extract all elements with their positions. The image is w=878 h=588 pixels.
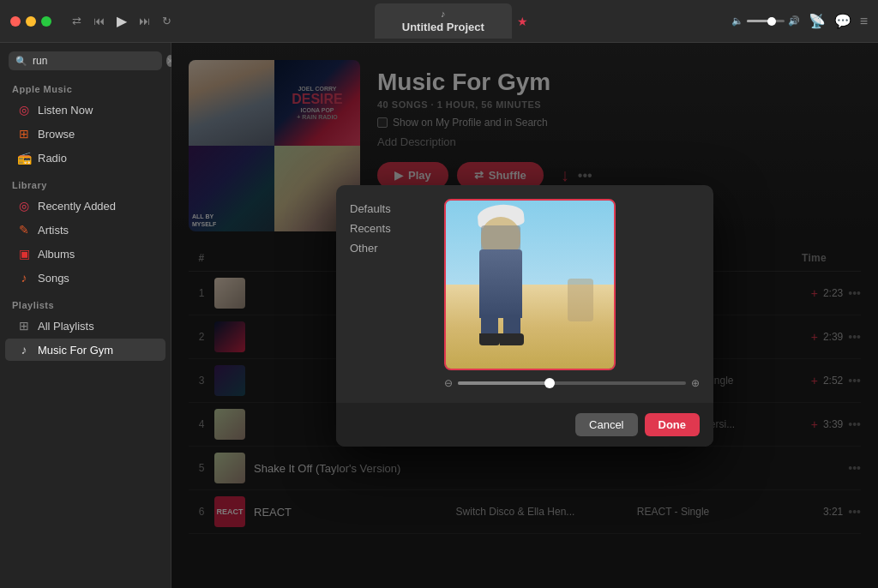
modal-nav-defaults[interactable]: Defaults	[350, 199, 430, 219]
sidebar-item-radio[interactable]: 📻 Radio	[5, 147, 165, 169]
window-controls	[10, 16, 51, 27]
all-playlists-label: All Playlists	[38, 320, 94, 333]
image-picker-modal: Defaults Recents Other	[336, 185, 713, 447]
albums-icon: ▣	[17, 247, 31, 261]
sidebar-item-albums[interactable]: ▣ Albums	[5, 243, 165, 265]
title-center: ♪ Untitled Project ★	[178, 3, 725, 39]
modal-content: ⊖ ⊕	[444, 199, 700, 389]
character-body	[479, 249, 522, 318]
modal-image-frame	[444, 199, 616, 370]
listen-now-label: Listen Now	[38, 104, 93, 117]
sidebar-item-listen-now[interactable]: ◎ Listen Now	[5, 99, 165, 121]
songs-label: Songs	[38, 272, 69, 285]
cancel-button[interactable]: Cancel	[575, 413, 637, 436]
maximize-button[interactable]	[41, 16, 51, 27]
queue-icon[interactable]: ≡	[860, 14, 868, 29]
browse-label: Browse	[38, 128, 75, 141]
vol-high-icon: 🔊	[788, 15, 800, 27]
modal-overlay: Defaults Recents Other	[171, 43, 878, 588]
modal-nav-recents[interactable]: Recents	[350, 219, 430, 238]
artists-label: Artists	[38, 224, 69, 237]
titlebar-right: 🔈 🔊 📡 💬 ≡	[731, 13, 868, 29]
radio-icon: 📻	[17, 151, 31, 165]
recently-added-icon: ◎	[17, 199, 31, 213]
modal-nav-other[interactable]: Other	[350, 238, 430, 258]
character-boot-left	[479, 333, 500, 345]
anime-character	[471, 224, 531, 318]
all-playlists-icon: ⊞	[17, 319, 31, 333]
close-button[interactable]	[10, 16, 21, 27]
done-button[interactable]: Done	[645, 413, 701, 436]
search-input[interactable]	[33, 55, 161, 67]
character-leg-right	[503, 315, 520, 335]
playlists-section-label: Playlists	[0, 297, 171, 314]
albums-label: Albums	[38, 248, 75, 261]
library-section-label: Library	[0, 177, 171, 194]
zoom-in-icon: ⊕	[691, 377, 700, 389]
sidebar: 🔍 ✕ Apple Music ◎ Listen Now ⊞ Browse 📻 …	[0, 43, 171, 588]
favorite-icon[interactable]: ★	[517, 15, 528, 28]
lyrics-icon[interactable]: 💬	[834, 13, 851, 29]
apple-music-section-label: Apple Music	[0, 81, 171, 98]
modal-slider-area: ⊖ ⊕	[444, 377, 700, 389]
search-icon: 🔍	[15, 56, 27, 67]
recently-added-label: Recently Added	[38, 200, 116, 213]
music-note-icon: ♪	[441, 9, 446, 19]
sidebar-item-artists[interactable]: ✎ Artists	[5, 219, 165, 241]
minimize-button[interactable]	[26, 16, 36, 27]
browse-icon: ⊞	[17, 127, 31, 141]
window-title: Untitled Project	[402, 21, 484, 33]
listen-now-icon: ◎	[17, 103, 31, 117]
search-box[interactable]: 🔍 ✕	[9, 51, 162, 70]
content-area: JOEL CORRY DESIRE ICONA POP + RAIN RADIO…	[171, 43, 878, 588]
vol-track	[747, 20, 785, 22]
character-mask	[481, 225, 520, 251]
character-leg-left	[481, 315, 498, 335]
vol-low-icon: 🔈	[731, 15, 743, 27]
modal-footer: Cancel Done	[336, 403, 713, 447]
play-icon[interactable]: ▶	[117, 13, 127, 29]
next-icon[interactable]: ⏭	[139, 15, 150, 27]
modal-top: Defaults Recents Other	[336, 185, 713, 403]
sidebar-item-browse[interactable]: ⊞ Browse	[5, 123, 165, 145]
title-tab[interactable]: ♪ Untitled Project	[375, 3, 512, 39]
playback-controls: ⇄ ⏮ ▶ ⏭ ↻	[72, 13, 171, 29]
artists-icon: ✎	[17, 223, 31, 237]
anime-artwork	[446, 201, 614, 369]
repeat-icon[interactable]: ↻	[162, 15, 171, 27]
titlebar: ⇄ ⏮ ▶ ⏭ ↻ ♪ Untitled Project ★ 🔈 🔊 📡 💬 ≡	[0, 0, 878, 43]
sidebar-item-music-for-gym[interactable]: ♪ Music For Gym	[5, 339, 165, 361]
shuffle-icon[interactable]: ⇄	[72, 15, 81, 27]
zoom-slider[interactable]	[458, 381, 686, 385]
prev-icon[interactable]: ⏮	[93, 15, 105, 27]
airplay-icon[interactable]: 📡	[809, 13, 826, 29]
songs-icon: ♪	[17, 271, 31, 285]
zoom-out-icon: ⊖	[444, 377, 453, 389]
volume-slider[interactable]: 🔈 🔊	[731, 15, 800, 27]
main-layout: 🔍 ✕ Apple Music ◎ Listen Now ⊞ Browse 📻 …	[0, 43, 878, 588]
music-for-gym-icon: ♪	[17, 343, 31, 357]
background-figure	[568, 279, 593, 321]
sidebar-item-all-playlists[interactable]: ⊞ All Playlists	[5, 315, 165, 337]
sidebar-item-songs[interactable]: ♪ Songs	[5, 267, 165, 289]
character-boot-right	[500, 333, 524, 345]
music-for-gym-label: Music For Gym	[38, 344, 113, 357]
sidebar-item-recently-added[interactable]: ◎ Recently Added	[5, 195, 165, 217]
modal-nav: Defaults Recents Other	[350, 199, 444, 389]
radio-label: Radio	[38, 152, 67, 165]
